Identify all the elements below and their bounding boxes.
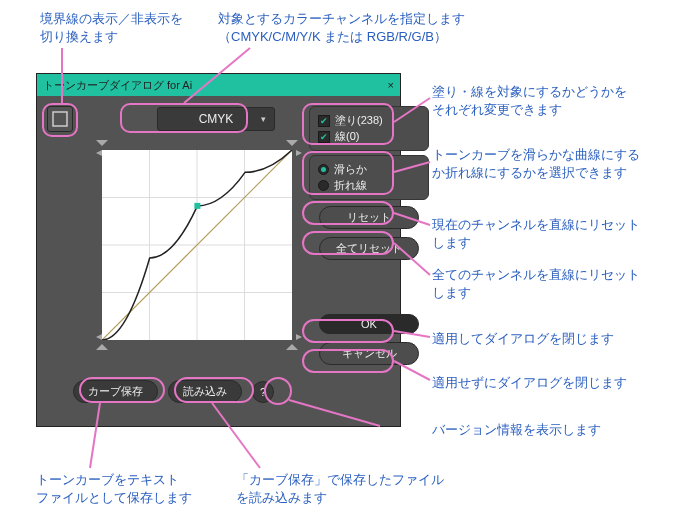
curve-plot xyxy=(102,150,292,340)
stroke-label: 線(0) xyxy=(335,129,359,144)
fill-label: 塗り(238) xyxy=(335,113,383,128)
annot-cancel: 適用せずにダイアログを閉じます xyxy=(432,374,627,392)
polyline-label: 折れ線 xyxy=(334,178,367,193)
fill-stroke-group: ✔ 塗り(238) ✔ 線(0) xyxy=(309,106,429,151)
svg-marker-6 xyxy=(286,344,298,350)
annot-ok: 適用してダイアログを閉じます xyxy=(432,330,614,348)
smooth-label: 滑らか xyxy=(334,162,367,177)
svg-rect-0 xyxy=(53,112,67,126)
channel-combo-label: CMYK xyxy=(199,112,234,126)
tonecurve-dialog: トーンカーブダイアログ for Ai × CMYK ▾ xyxy=(36,73,401,427)
curve-canvas[interactable] xyxy=(102,150,292,340)
close-icon[interactable]: × xyxy=(388,79,394,91)
annot-reset: 現在のチャンネルを直線にリセットします xyxy=(432,216,640,252)
annot-save: トーンカーブをテキストファイルとして保存します xyxy=(36,471,192,507)
annot-fill-stroke: 塗り・線を対象にするかどうかをそれぞれ変更できます xyxy=(432,83,627,119)
reset-button[interactable]: リセット xyxy=(319,206,419,229)
svg-rect-16 xyxy=(194,203,200,209)
border-toggle-button[interactable] xyxy=(47,106,73,132)
load-curve-button[interactable]: 読み込み xyxy=(168,380,242,403)
svg-marker-2 xyxy=(286,140,298,146)
radio-icon xyxy=(318,164,329,175)
help-button[interactable]: ? xyxy=(252,381,274,403)
fill-checkbox[interactable]: ✔ 塗り(238) xyxy=(318,113,420,128)
svg-marker-5 xyxy=(96,344,108,350)
smooth-radio[interactable]: 滑らか xyxy=(318,162,420,177)
border-icon xyxy=(51,110,69,128)
annot-reset-all: 全てのチャンネルを直線にリセットします xyxy=(432,266,640,302)
radio-icon xyxy=(318,180,329,191)
ok-button[interactable]: OK xyxy=(319,314,419,334)
cancel-button[interactable]: キャンセル xyxy=(319,342,419,365)
annot-border-toggle: 境界線の表示／非表示を切り換えます xyxy=(40,10,183,46)
svg-marker-8 xyxy=(296,334,302,340)
curve-editor[interactable] xyxy=(92,140,302,350)
svg-marker-7 xyxy=(296,150,302,156)
checkbox-icon: ✔ xyxy=(318,131,330,143)
annot-load: 「カーブ保存」で保存したファイルを読み込みます xyxy=(236,471,444,507)
reset-all-button[interactable]: 全てリセット xyxy=(319,237,419,260)
dialog-title: トーンカーブダイアログ for Ai xyxy=(43,78,192,93)
stroke-checkbox[interactable]: ✔ 線(0) xyxy=(318,129,420,144)
titlebar[interactable]: トーンカーブダイアログ for Ai × xyxy=(37,74,400,96)
save-curve-button[interactable]: カーブ保存 xyxy=(73,380,158,403)
polyline-radio[interactable]: 折れ線 xyxy=(318,178,420,193)
curve-mode-group: 滑らか 折れ線 xyxy=(309,155,429,200)
annot-smooth: トーンカーブを滑らかな曲線にするか折れ線にするかを選択できます xyxy=(432,146,640,182)
annot-channel-spec: 対象とするカラーチャンネルを指定します（CMYK/C/M/Y/K または RGB… xyxy=(218,10,465,46)
chevron-down-icon: ▾ xyxy=(261,114,266,124)
channel-combo[interactable]: CMYK ▾ xyxy=(157,107,275,131)
annot-version: バージョン情報を表示します xyxy=(432,421,601,439)
svg-marker-1 xyxy=(96,140,108,146)
checkbox-icon: ✔ xyxy=(318,115,330,127)
